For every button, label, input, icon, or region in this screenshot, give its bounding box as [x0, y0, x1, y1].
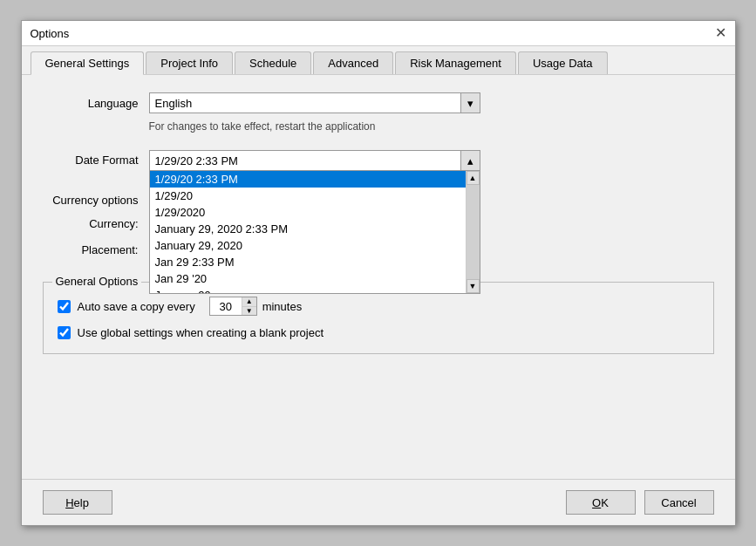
scroll-up-btn[interactable]: ▲	[467, 171, 480, 185]
date-format-option-3[interactable]: January 29, 2020 2:33 PM	[150, 221, 480, 237]
currency-label: Currency:	[43, 217, 139, 230]
title-bar: Options ✕	[22, 21, 735, 46]
tab-advanced[interactable]: Advanced	[313, 51, 393, 74]
language-combo[interactable]: English ▾	[149, 92, 480, 113]
tab-bar: General Settings Project Info Schedule A…	[22, 46, 735, 75]
ok-label: OK	[592, 496, 609, 509]
auto-save-spinbox[interactable]: 30 ▲ ▼	[209, 297, 257, 316]
general-options-title: General Options	[52, 275, 142, 288]
spin-down-btn[interactable]: ▼	[242, 307, 256, 316]
spinbox-arrows: ▲ ▼	[242, 297, 256, 315]
placement-label: Placement:	[43, 243, 139, 256]
language-section: Language English ▾ For changes to take e…	[43, 92, 714, 133]
scroll-track	[467, 185, 480, 279]
dialog-title: Options	[31, 27, 70, 40]
auto-save-value[interactable]: 30	[210, 300, 242, 313]
tab-content: Language English ▾ For changes to take e…	[22, 75, 735, 479]
dialog-footer: Help OK Cancel	[22, 479, 735, 525]
date-format-label: Date Format	[43, 154, 139, 167]
options-dialog: Options ✕ General Settings Project Info …	[21, 20, 736, 526]
date-format-list: 1/29/20 2:33 PM 1/29/20 1/29/2020 Januar…	[149, 171, 480, 294]
help-button[interactable]: Help	[43, 490, 112, 515]
close-button[interactable]: ✕	[715, 26, 726, 40]
auto-save-row: Auto save a copy every 30 ▲ ▼ minutes	[58, 297, 699, 316]
language-hint: For changes to take effect, restart the …	[149, 120, 714, 133]
cancel-label: Cancel	[661, 496, 696, 509]
auto-save-units: minutes	[262, 300, 303, 313]
chevron-up-icon: ▴	[467, 154, 473, 167]
auto-save-label: Auto save a copy every	[78, 300, 195, 313]
cancel-button[interactable]: Cancel	[644, 490, 714, 515]
date-format-value: 1/29/20 2:33 PM	[150, 154, 460, 167]
spin-up-btn[interactable]: ▲	[242, 297, 256, 307]
date-format-option-5[interactable]: Jan 29 2:33 PM	[150, 254, 480, 270]
date-format-header[interactable]: 1/29/20 2:33 PM ▴	[149, 150, 480, 171]
global-settings-row: Use global settings when creating a blan…	[58, 326, 699, 339]
date-format-option-2[interactable]: 1/29/2020	[150, 204, 480, 221]
tab-usage-data[interactable]: Usage Data	[518, 51, 608, 74]
date-format-option-4[interactable]: January 29, 2020	[150, 237, 480, 254]
tab-risk-management[interactable]: Risk Management	[395, 51, 516, 74]
help-label: Help	[65, 496, 89, 509]
tab-general-settings[interactable]: General Settings	[31, 51, 145, 75]
date-format-row: Date Format 1/29/20 2:33 PM ▴ 1/29/20 2:…	[43, 150, 714, 171]
chevron-down-icon: ▾	[467, 97, 473, 110]
global-settings-checkbox[interactable]	[58, 326, 71, 339]
tab-project-info[interactable]: Project Info	[146, 51, 233, 74]
global-settings-label: Use global settings when creating a blan…	[78, 326, 324, 339]
date-format-dropdown-btn[interactable]: ▴	[460, 151, 480, 170]
ok-button[interactable]: OK	[566, 490, 636, 515]
footer-right-buttons: OK Cancel	[566, 490, 714, 515]
date-format-option-7[interactable]: January 29	[150, 287, 480, 293]
general-options-content: Auto save a copy every 30 ▲ ▼ minutes	[58, 297, 699, 339]
language-dropdown-btn[interactable]: ▾	[460, 93, 480, 113]
language-label: Language	[43, 97, 139, 110]
tab-schedule[interactable]: Schedule	[235, 51, 311, 74]
date-format-option-6[interactable]: Jan 29 '20	[150, 270, 480, 287]
language-row: Language English ▾	[43, 92, 714, 113]
date-format-option-1[interactable]: 1/29/20	[150, 188, 480, 204]
scroll-down-btn[interactable]: ▼	[467, 279, 480, 293]
currency-options-label: Currency options	[43, 194, 139, 207]
language-value: English	[150, 97, 460, 110]
auto-save-checkbox[interactable]	[58, 300, 71, 313]
date-format-option-0[interactable]: 1/29/20 2:33 PM	[150, 171, 480, 188]
date-format-dropdown[interactable]: 1/29/20 2:33 PM ▴ 1/29/20 2:33 PM 1/29/2…	[149, 150, 480, 171]
date-format-list-inner: 1/29/20 2:33 PM 1/29/20 1/29/2020 Januar…	[150, 171, 480, 293]
auto-save-spinbox-group: 30 ▲ ▼ minutes	[209, 297, 303, 316]
date-format-scrollbar: ▲ ▼	[466, 171, 480, 293]
